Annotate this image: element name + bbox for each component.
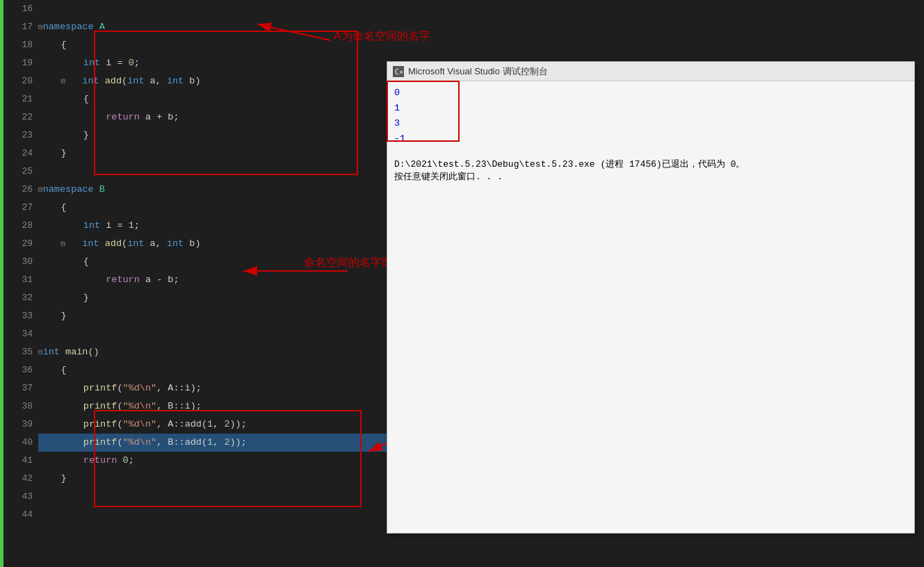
line-num-38: 38 — [3, 397, 33, 416]
code-line-33: } — [38, 307, 393, 325]
code-line-37: printf("%d\n", A::i); — [38, 379, 393, 397]
line-num-40: 40 — [3, 434, 33, 452]
console-output-0: 0 — [394, 85, 907, 101]
code-editor[interactable]: ⊟namespace A { int i = 0; ⊟ int add(int … — [38, 0, 393, 567]
line-num-26: 26 — [3, 181, 33, 199]
code-line-34 — [38, 325, 393, 343]
line-num-31: 31 — [3, 271, 33, 289]
code-line-38: printf("%d\n", B::i); — [38, 397, 393, 416]
console-app-icon: C» — [393, 66, 404, 77]
code-line-23: } — [38, 126, 393, 145]
line-num-36: 36 — [3, 361, 33, 379]
console-body: 0 1 3 -1 D:\2021\test.5.23\Debug\test.5.… — [387, 81, 914, 533]
console-output-1: 1 — [394, 101, 907, 116]
line-num-17: 17 — [3, 18, 33, 36]
line-num-42: 42 — [3, 470, 33, 488]
line-num-23: 23 — [3, 126, 33, 145]
code-line-44 — [38, 506, 393, 524]
code-line-24: } — [38, 145, 393, 163]
line-num-18: 18 — [3, 36, 33, 54]
console-path-text: D:\2021\test.5.23\Debug\test.5.23.exe (进… — [394, 158, 907, 170]
annotation-text-namespace-a: A为命名空间的名字 — [334, 29, 430, 44]
line-num-19: 19 — [3, 54, 33, 72]
code-line-27: { — [38, 199, 393, 217]
code-line-22: return a + b; — [38, 108, 393, 126]
code-line-39: printf("%d\n", A::add(1, 2)); — [38, 416, 393, 434]
console-output-3: 3 — [394, 116, 907, 131]
console-output-area: 0 1 3 -1 — [394, 85, 907, 147]
line-num-39: 39 — [3, 416, 33, 434]
svg-text:C»: C» — [395, 68, 403, 76]
code-line-32: } — [38, 289, 393, 307]
editor-background: 16 17 18 19 20 21 22 23 24 25 26 27 28 2… — [0, 0, 924, 567]
line-num-32: 32 — [3, 289, 33, 307]
line-num-28: 28 — [3, 217, 33, 235]
line-num-41: 41 — [3, 452, 33, 470]
code-line-21: { — [38, 90, 393, 108]
line-num-30: 30 — [3, 253, 33, 271]
line-num-21: 21 — [3, 90, 33, 108]
line-num-16: 16 — [3, 0, 33, 18]
line-num-20: 20 — [3, 72, 33, 90]
line-numbers-panel: 16 17 18 19 20 21 22 23 24 25 26 27 28 2… — [3, 0, 38, 567]
code-line-43 — [38, 488, 393, 506]
line-num-34: 34 — [3, 325, 33, 343]
line-num-24: 24 — [3, 145, 33, 163]
code-line-28: int i = 1; — [38, 217, 393, 235]
code-line-35: ⊟int main() — [38, 343, 393, 361]
line-num-37: 37 — [3, 379, 33, 397]
code-line-31: return a - b; — [38, 271, 393, 289]
console-output-minus1: -1 — [394, 131, 907, 147]
code-line-41: return 0; — [38, 452, 393, 470]
console-titlebar: C» Microsoft Visual Studio 调试控制台 — [387, 62, 914, 81]
line-num-27: 27 — [3, 199, 33, 217]
code-line-25 — [38, 163, 393, 181]
code-line-19: int i = 0; — [38, 54, 393, 72]
code-line-36: { — [38, 361, 393, 379]
console-close-text: 按任意键关闭此窗口. . . — [394, 170, 907, 183]
code-line-20: ⊟ int add(int a, int b) — [38, 72, 393, 90]
code-line-40: printf("%d\n", B::add(1, 2)); — [38, 434, 393, 452]
line-num-29: 29 — [3, 235, 33, 253]
line-num-44: 44 — [3, 506, 33, 524]
code-line-16 — [38, 0, 393, 18]
line-num-33: 33 — [3, 307, 33, 325]
line-num-25: 25 — [3, 163, 33, 181]
console-title-text: Microsoft Visual Studio 调试控制台 — [408, 65, 548, 78]
code-line-29: ⊟ int add(int a, int b) — [38, 235, 393, 253]
code-line-26: ⊟namespace B — [38, 181, 393, 199]
line-num-22: 22 — [3, 108, 33, 126]
line-num-43: 43 — [3, 488, 33, 506]
debug-console-window[interactable]: C» Microsoft Visual Studio 调试控制台 0 1 3 -… — [387, 61, 915, 534]
line-num-35: 35 — [3, 343, 33, 361]
code-line-42: } — [38, 470, 393, 488]
